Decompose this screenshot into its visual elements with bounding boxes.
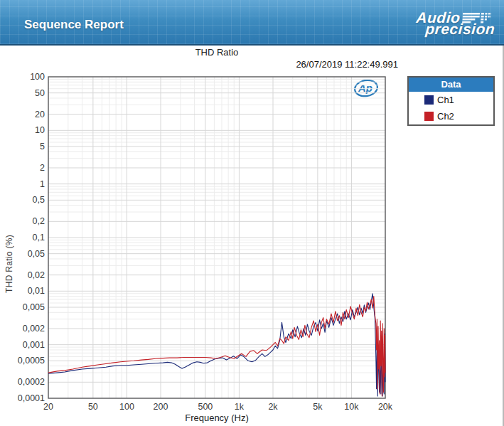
series-ch2-line xyxy=(48,297,385,396)
x-tick-label: 50 xyxy=(88,402,98,412)
x-tick-label: 20k xyxy=(378,402,393,412)
x-tick-label: 200 xyxy=(154,402,168,412)
y-tick-label: 0,001 xyxy=(23,340,45,350)
y-tick-label: 0,0002 xyxy=(18,377,45,387)
x-tick-label: 10k xyxy=(344,402,359,412)
y-tick-label: 0,0005 xyxy=(18,356,45,366)
y-tick-label: 0,2 xyxy=(33,216,45,226)
y-tick-label: 0,02 xyxy=(28,270,45,280)
y-tick-label: 0,05 xyxy=(28,249,45,259)
y-tick-label: 0,0001 xyxy=(18,393,45,403)
x-tick-label: 500 xyxy=(198,402,213,412)
y-tick-label: 100 xyxy=(30,72,45,82)
y-tick-label: 1 xyxy=(40,179,45,189)
y-tick-label: 20 xyxy=(35,110,45,119)
y-tick-label: 10 xyxy=(35,125,45,135)
y-tick-label: 0,002 xyxy=(23,324,45,334)
x-tick-label: 20 xyxy=(43,402,53,412)
x-tick-label: 1k xyxy=(235,402,245,412)
y-tick-label: 0,005 xyxy=(23,302,45,312)
sequence-report-page: Sequence Report Audio precision THD Rati… xyxy=(0,0,504,426)
y-tick-label: 0,5 xyxy=(33,195,45,205)
y-tick-label: 2 xyxy=(40,163,45,173)
y-tick-label: 5 xyxy=(40,142,45,151)
x-tick-label: 5k xyxy=(313,402,323,412)
y-tick-label: 0,01 xyxy=(28,286,45,296)
y-tick-label: 0,1 xyxy=(33,233,45,243)
x-tick-label: 100 xyxy=(119,402,134,412)
y-tick-label: 50 xyxy=(35,88,45,98)
thd-ratio-chart: 1005020105210,50,20,10,050,020,010,0050,… xyxy=(0,0,504,426)
x-tick-label: 2k xyxy=(268,402,278,412)
